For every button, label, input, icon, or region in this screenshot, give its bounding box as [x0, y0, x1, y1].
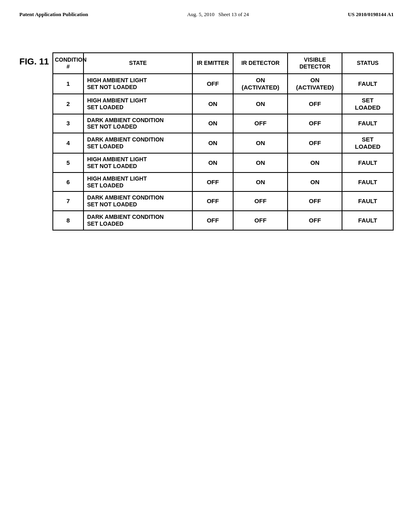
figure-label: FIG. 11: [19, 56, 49, 67]
col-header-condition: CONDITION #: [53, 53, 83, 74]
cell-condition: 5: [53, 153, 83, 172]
col-header-state: STATE: [83, 53, 192, 74]
cell-condition: 8: [53, 211, 83, 230]
cell-ir-detector: OFF: [233, 191, 288, 211]
cell-status: FAULT: [342, 153, 393, 172]
cell-condition: 4: [53, 133, 83, 153]
cell-visible-detector: OFF: [288, 191, 342, 211]
cell-condition: 2: [53, 94, 83, 114]
cell-ir-detector: OFF: [233, 211, 288, 230]
table-row: 4DARK AMBIENT CONDITIONSET LOADEDONONOFF…: [53, 133, 393, 153]
table-row: 3DARK AMBIENT CONDITIONSET NOT LOADEDONO…: [53, 114, 393, 133]
cell-state: HIGH AMBIENT LIGHTSET LOADED: [83, 94, 192, 114]
header-right: US 2010/0198144 A1: [348, 11, 394, 18]
cell-ir-emitter: OFF: [192, 211, 233, 230]
cell-ir-detector: ON: [233, 133, 288, 153]
cell-state: DARK AMBIENT CONDITIONSET LOADED: [83, 133, 192, 153]
cell-state: DARK AMBIENT CONDITIONSET NOT LOADED: [83, 114, 192, 133]
cell-condition: 7: [53, 191, 83, 211]
cell-status: FAULT: [342, 74, 393, 94]
cell-visible-detector: ON(ACTIVATED): [288, 74, 342, 94]
cell-ir-emitter: OFF: [192, 74, 233, 94]
cell-ir-emitter: ON: [192, 153, 233, 172]
cell-visible-detector: OFF: [288, 133, 342, 153]
cell-status: SETLOADED: [342, 94, 393, 114]
cell-status: SETLOADED: [342, 133, 393, 153]
cell-visible-detector: ON: [288, 153, 342, 172]
page-header: Patent Application Publication Aug. 5, 2…: [0, 0, 413, 22]
conditions-table: CONDITION # STATE IR EMITTER IR DETECTOR…: [52, 52, 394, 231]
cell-ir-detector: ON(ACTIVATED): [233, 74, 288, 94]
table-row: 6HIGH AMBIENT LIGHTSET LOADEDOFFONONFAUL…: [53, 172, 393, 192]
col-header-ir-emitter: IR EMITTER: [192, 53, 233, 74]
table-row: 7DARK AMBIENT CONDITIONSET NOT LOADEDOFF…: [53, 191, 393, 211]
cell-state: DARK AMBIENT CONDITIONSET NOT LOADED: [83, 191, 192, 211]
col-header-ir-detector: IR DETECTOR: [233, 53, 288, 74]
cell-status: FAULT: [342, 191, 393, 211]
cell-state: HIGH AMBIENT LIGHTSET NOT LOADED: [83, 74, 192, 94]
cell-state: HIGH AMBIENT LIGHTSET NOT LOADED: [83, 153, 192, 172]
cell-state: HIGH AMBIENT LIGHTSET LOADED: [83, 172, 192, 192]
cell-visible-detector: OFF: [288, 94, 342, 114]
cell-ir-detector: ON: [233, 94, 288, 114]
cell-ir-emitter: ON: [192, 133, 233, 153]
cell-ir-detector: ON: [233, 172, 288, 192]
cell-visible-detector: OFF: [288, 211, 342, 230]
col-header-visible-detector: VISIBLE DETECTOR: [288, 53, 342, 74]
header-center: Aug. 5, 2010 Sheet 13 of 24: [187, 11, 249, 18]
main-table-container: CONDITION # STATE IR EMITTER IR DETECTOR…: [52, 52, 394, 231]
cell-ir-detector: ON: [233, 153, 288, 172]
cell-state: DARK AMBIENT CONDITIONSET LOADED: [83, 211, 192, 230]
col-header-status: STATUS: [342, 53, 393, 74]
cell-status: FAULT: [342, 172, 393, 192]
cell-ir-emitter: OFF: [192, 191, 233, 211]
table-row: 1HIGH AMBIENT LIGHTSET NOT LOADEDOFFON(A…: [53, 74, 393, 94]
cell-visible-detector: OFF: [288, 114, 342, 133]
cell-condition: 1: [53, 74, 83, 94]
cell-ir-emitter: ON: [192, 94, 233, 114]
cell-ir-emitter: ON: [192, 114, 233, 133]
cell-status: FAULT: [342, 114, 393, 133]
cell-ir-detector: OFF: [233, 114, 288, 133]
cell-visible-detector: ON: [288, 172, 342, 192]
cell-ir-emitter: OFF: [192, 172, 233, 192]
cell-condition: 3: [53, 114, 83, 133]
table-row: 2HIGH AMBIENT LIGHTSET LOADEDONONOFFSETL…: [53, 94, 393, 114]
header-left: Patent Application Publication: [19, 11, 88, 18]
cell-status: FAULT: [342, 211, 393, 230]
table-row: 8DARK AMBIENT CONDITIONSET LOADEDOFFOFFO…: [53, 211, 393, 230]
cell-condition: 6: [53, 172, 83, 192]
table-row: 5HIGH AMBIENT LIGHTSET NOT LOADEDONONONF…: [53, 153, 393, 172]
